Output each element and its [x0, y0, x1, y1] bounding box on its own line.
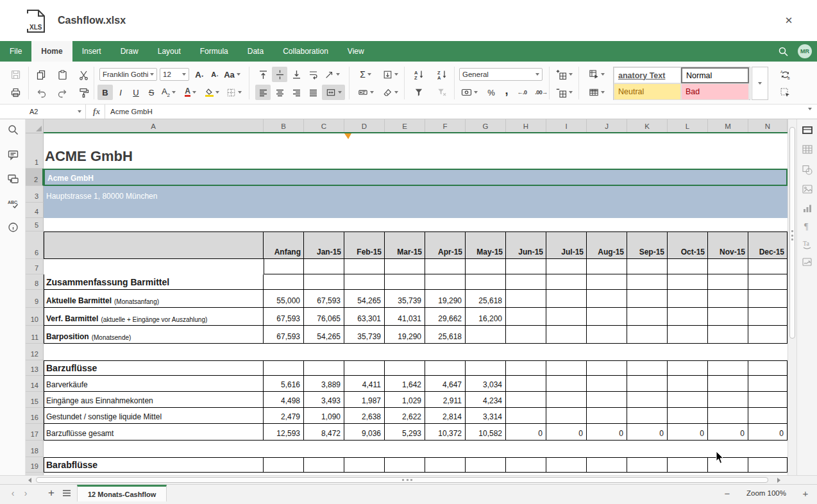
cell-b8[interactable]: [264, 274, 304, 290]
fill-color-icon[interactable]: [203, 85, 222, 100]
cell-i15[interactable]: [546, 392, 587, 408]
style-bad[interactable]: Bad: [681, 83, 749, 100]
cell-k14[interactable]: [627, 376, 668, 392]
cell-h6[interactable]: Jun-15: [506, 231, 546, 259]
sheet-list-icon[interactable]: [60, 485, 73, 501]
row-number-15[interactable]: 15: [26, 392, 44, 408]
cell-i7[interactable]: [546, 259, 587, 274]
column-header-G[interactable]: G: [466, 119, 506, 133]
cell-i8[interactable]: [546, 274, 587, 290]
cell-d10[interactable]: 63,301: [344, 308, 385, 326]
cell-b13[interactable]: [264, 360, 304, 376]
tab-view[interactable]: View: [338, 41, 374, 62]
cell-m13[interactable]: [708, 360, 748, 376]
cell-n11[interactable]: [748, 326, 788, 344]
align-justify-icon[interactable]: [305, 85, 321, 100]
cell-e6[interactable]: Mar-15: [385, 231, 425, 259]
cell-f13[interactable]: [425, 360, 466, 376]
avatar[interactable]: MR: [798, 44, 812, 58]
horizontal-scrollbar-thumb[interactable]: [36, 477, 768, 483]
image-settings-icon[interactable]: [802, 183, 813, 195]
tab-insert[interactable]: Insert: [72, 41, 111, 62]
align-top-icon[interactable]: [255, 67, 271, 82]
cell-h8[interactable]: [506, 274, 546, 290]
cell-l19[interactable]: [668, 457, 708, 473]
cell-i9[interactable]: [546, 290, 587, 308]
shape-settings-icon[interactable]: [802, 164, 813, 176]
number-format-select[interactable]: General: [459, 68, 543, 81]
cell-i17[interactable]: 0: [546, 424, 587, 441]
cell-i6[interactable]: Jul-15: [546, 231, 587, 259]
cell-c10[interactable]: 76,065: [304, 308, 344, 326]
cell-m14[interactable]: [708, 376, 748, 392]
borders-icon[interactable]: [224, 85, 244, 100]
cell-a8[interactable]: Zusammenfassung Barmittel: [44, 274, 264, 290]
row-number-4[interactable]: 4: [26, 203, 44, 218]
row-number-13[interactable]: 13: [26, 360, 44, 376]
cell-k6[interactable]: Sep-15: [627, 231, 668, 259]
increase-decimal-icon[interactable]: .00→: [532, 85, 550, 100]
replace-icon[interactable]: AB: [776, 67, 794, 82]
cell-h9[interactable]: [506, 290, 546, 308]
styles-gallery-expand-icon[interactable]: [752, 67, 768, 100]
cell-b9[interactable]: 55,000: [264, 290, 304, 308]
zoom-out-icon[interactable]: −: [722, 488, 732, 499]
cell-h19[interactable]: [506, 457, 546, 473]
cell-b10[interactable]: 67,593: [264, 308, 304, 326]
cell-n17[interactable]: 0: [748, 424, 788, 441]
font-color-icon[interactable]: A: [181, 85, 200, 100]
signature-settings-icon[interactable]: [802, 256, 813, 268]
row-number-16[interactable]: 16: [26, 408, 44, 424]
cell-h10[interactable]: [506, 308, 546, 326]
italic-button[interactable]: I: [113, 85, 128, 100]
cell-m8[interactable]: [708, 274, 748, 290]
cell-a10[interactable]: Verf. Barmittel(aktuelle + Eingänge vor …: [44, 308, 264, 326]
cell-a4[interactable]: [44, 203, 788, 218]
cell-i14[interactable]: [546, 376, 587, 392]
column-header-K[interactable]: K: [627, 119, 668, 133]
formula-input[interactable]: Acme GmbH: [110, 105, 153, 119]
cell-h16[interactable]: [506, 408, 546, 424]
paragraph-settings-icon[interactable]: ¶: [802, 221, 813, 232]
column-header-F[interactable]: F: [425, 119, 466, 133]
cell-l14[interactable]: [668, 376, 708, 392]
cell-d7[interactable]: [344, 259, 385, 274]
accounting-style-icon[interactable]: [459, 85, 480, 100]
cell-d11[interactable]: 35,739: [344, 326, 385, 344]
cell-g16[interactable]: 3,314: [466, 408, 506, 424]
next-sheet-icon[interactable]: ›: [19, 485, 32, 501]
column-header-J[interactable]: J: [587, 119, 627, 133]
cell-a15[interactable]: Eingänge aus Einnahmekonten: [44, 392, 264, 408]
cell-d6[interactable]: Feb-15: [344, 231, 385, 259]
vertical-scrollbar[interactable]: [788, 119, 796, 475]
cell-c19[interactable]: [304, 457, 344, 473]
column-header-D[interactable]: D: [344, 119, 385, 133]
cell-a6[interactable]: [44, 231, 264, 259]
merge-cells-icon[interactable]: [322, 85, 345, 100]
cell-b15[interactable]: 4,498: [264, 392, 304, 408]
percent-style-icon[interactable]: %: [484, 85, 499, 100]
cell-f8[interactable]: [425, 274, 466, 290]
cell-d8[interactable]: [344, 274, 385, 290]
copy-style-icon[interactable]: [76, 85, 91, 100]
cell-e13[interactable]: [385, 360, 425, 376]
cell-h7[interactable]: [506, 259, 546, 274]
cell-g7[interactable]: [466, 259, 506, 274]
cell-g6[interactable]: May-15: [466, 231, 506, 259]
style-normal[interactable]: Normal: [681, 67, 749, 83]
cell-k10[interactable]: [627, 308, 668, 326]
row-number-18[interactable]: 18: [26, 441, 44, 457]
cell-n9[interactable]: [748, 290, 788, 308]
cell-m7[interactable]: [708, 259, 748, 274]
cell-n7[interactable]: [748, 259, 788, 274]
cell-i19[interactable]: [546, 457, 587, 473]
cell-a9[interactable]: Aktuelle Barmittel(Monatsanfang): [44, 290, 264, 308]
cell-i16[interactable]: [546, 408, 587, 424]
cell-j19[interactable]: [587, 457, 627, 473]
underline-button[interactable]: U: [128, 85, 144, 100]
row-number-5[interactable]: 5: [26, 218, 44, 231]
sheet-tab[interactable]: 12 Monats-Cashflow: [77, 485, 167, 501]
paste-button[interactable]: [55, 67, 70, 82]
cell-f11[interactable]: 25,618: [425, 326, 466, 344]
column-header-N[interactable]: N: [748, 119, 788, 133]
